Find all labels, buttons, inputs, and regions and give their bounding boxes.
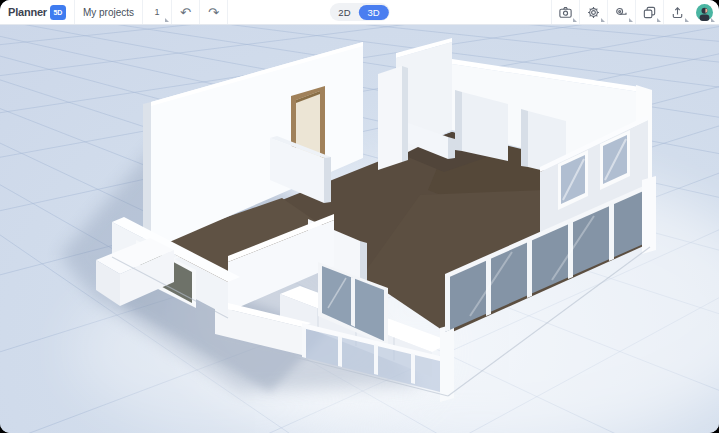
- redo-button[interactable]: ↷: [200, 0, 227, 24]
- corner-expand-mark: [573, 18, 577, 22]
- top-toolbar: Planner 5D My projects 1 ↶ ↷ 2D 3D: [0, 0, 719, 25]
- 3d-viewport[interactable]: [0, 24, 719, 433]
- app-window: Planner 5D My projects 1 ↶ ↷ 2D 3D: [0, 0, 719, 433]
- tape-measure-icon: [614, 5, 629, 20]
- corner-expand-mark: [601, 18, 605, 22]
- share-icon: [670, 5, 685, 20]
- corner-expand-mark: [711, 18, 715, 22]
- page-number: 1: [151, 7, 163, 17]
- floorplan-model[interactable]: [0, 24, 719, 433]
- screenshot-button[interactable]: [552, 0, 579, 24]
- duplicate-button[interactable]: [636, 0, 663, 24]
- tab-3d[interactable]: 3D: [359, 5, 389, 20]
- share-button[interactable]: [664, 0, 691, 24]
- front-corner-column[interactable]: [440, 324, 454, 402]
- account-menu[interactable]: [691, 0, 717, 24]
- camera-icon: [558, 5, 573, 20]
- page-selector[interactable]: 1: [143, 0, 171, 24]
- toolbar-right-group: [551, 0, 719, 24]
- corner-expand-mark: [657, 18, 661, 22]
- corner-expand-mark: [685, 18, 689, 22]
- copy-icon: [642, 5, 657, 20]
- undo-button[interactable]: ↶: [172, 0, 199, 24]
- user-avatar: [696, 4, 713, 21]
- corner-expand-mark: [629, 18, 633, 22]
- app-name: Planner: [8, 6, 47, 18]
- logo-5d-icon: 5D: [50, 5, 66, 20]
- toolbar-divider: [227, 0, 228, 24]
- view-mode-toggle: 2D 3D: [329, 3, 389, 21]
- undo-icon: ↶: [180, 6, 191, 19]
- redo-icon: ↷: [208, 6, 219, 19]
- settings-button[interactable]: [580, 0, 607, 24]
- right-corner-column[interactable]: [642, 176, 656, 254]
- app-logo[interactable]: Planner 5D: [0, 0, 74, 24]
- my-projects-button[interactable]: My projects: [75, 0, 142, 24]
- settings-gear-icon: [586, 5, 601, 20]
- measure-button[interactable]: [608, 0, 635, 24]
- corner-expand-mark: [165, 18, 169, 22]
- tab-2d[interactable]: 2D: [330, 7, 358, 18]
